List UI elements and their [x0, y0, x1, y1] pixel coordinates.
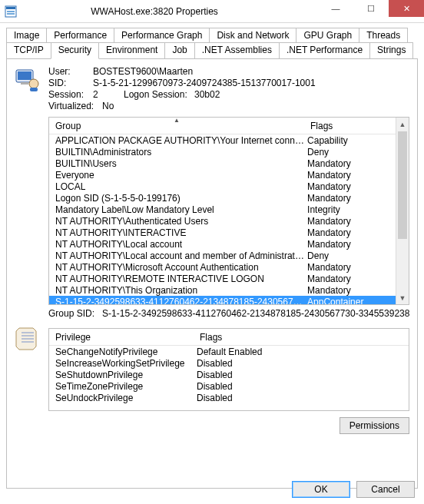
- cell-group: NT AUTHORITY\This Organization: [49, 285, 304, 296]
- cell-flags: Integrity: [304, 204, 396, 215]
- window-buttons: — ☐ ✕: [318, 0, 424, 22]
- cell-flags: Mandatory: [304, 285, 396, 296]
- table-row[interactable]: BUILTIN\UsersMandatory: [49, 158, 396, 169]
- svg-rect-6: [21, 82, 28, 85]
- sort-indicator-icon: ▲: [174, 118, 180, 124]
- table-row[interactable]: NT AUTHORITY\Authenticated UsersMandator…: [49, 215, 396, 227]
- privileges-header[interactable]: Privilege Flags: [49, 329, 409, 346]
- cell-group: Mandatory Label\Low Mandatory Level: [49, 204, 304, 215]
- label-virtualized: Virtualized:: [48, 101, 102, 111]
- table-row[interactable]: LOCALMandatory: [49, 181, 396, 192]
- label-group-sid: Group SID:: [48, 308, 94, 319]
- table-row[interactable]: SeUndockPrivilegeDisabled: [49, 392, 409, 403]
- tab-strings[interactable]: Strings: [369, 42, 413, 58]
- cell-privilege: SeIncreaseWorkingSetPrivilege: [49, 358, 194, 369]
- cell-group: Logon SID (S-1-5-5-0-199176): [49, 193, 304, 204]
- tab-threads[interactable]: Threads: [359, 28, 408, 43]
- table-row[interactable]: S-1-15-2-3492598633-4112760462-213487818…: [49, 296, 396, 304]
- cell-flags: Capability: [304, 135, 396, 146]
- cell-flags: AppContainer: [304, 297, 396, 305]
- table-row[interactable]: SeIncreaseWorkingSetPrivilegeDisabled: [49, 357, 409, 369]
- col-priv-flags[interactable]: Flags: [194, 329, 347, 345]
- table-row[interactable]: NT AUTHORITY\This OrganizationMandatory: [49, 284, 396, 296]
- groups-listview[interactable]: Group ▲ Flags APPLICATION PACKAGE AUTHOR…: [48, 117, 409, 305]
- value-sid: S-1-5-21-1299670973-2409724385-151377001…: [93, 78, 316, 88]
- table-row[interactable]: APPLICATION PACKAGE AUTHORITY\Your Inter…: [49, 134, 396, 146]
- computer-user-icon: [15, 65, 48, 112]
- table-row[interactable]: NT AUTHORITY\Microsoft Account Authentic…: [49, 261, 396, 273]
- close-button[interactable]: ✕: [389, 0, 424, 17]
- tab-job[interactable]: Job: [164, 42, 194, 58]
- tab-tcp-ip[interactable]: TCP/IP: [6, 42, 51, 58]
- privileges-listview[interactable]: Privilege Flags SeChangeNotifyPrivilegeD…: [48, 328, 409, 411]
- scroll-up-icon[interactable]: ▲: [396, 118, 409, 131]
- tab-performance[interactable]: Performance: [46, 28, 114, 43]
- dialog-buttons: OK Cancel: [292, 481, 415, 498]
- cell-group: NT AUTHORITY\Microsoft Account Authentic…: [49, 262, 304, 273]
- cell-group: S-1-15-2-3492598633-4112760462-213487818…: [49, 297, 304, 305]
- table-row[interactable]: Mandatory Label\Low Mandatory LevelInteg…: [49, 204, 396, 215]
- table-row[interactable]: NT AUTHORITY\REMOTE INTERACTIVE LOGONMan…: [49, 273, 396, 284]
- table-row[interactable]: SeChangeNotifyPrivilegeDefault Enabled: [49, 346, 409, 357]
- titlebar: WWAHost.exe:3820 Properties — ☐ ✕: [0, 0, 424, 23]
- groups-scrollbar[interactable]: ▲ ▼: [396, 118, 409, 304]
- table-row[interactable]: Logon SID (S-1-5-5-0-199176)Mandatory: [49, 192, 396, 204]
- cell-group: Everyone: [49, 170, 304, 181]
- cancel-button[interactable]: Cancel: [356, 481, 415, 498]
- cell-privilege: SeChangeNotifyPrivilege: [49, 346, 194, 357]
- table-row[interactable]: NT AUTHORITY\INTERACTIVEMandatory: [49, 227, 396, 238]
- col-flags[interactable]: Flags: [304, 118, 396, 134]
- value-logon-session: 30b02: [194, 89, 220, 100]
- cell-flags: Mandatory: [304, 170, 396, 181]
- tab--net-performance[interactable]: .NET Performance: [279, 42, 370, 58]
- scroll-thumb[interactable]: [398, 131, 407, 239]
- groups-header[interactable]: Group ▲ Flags: [49, 118, 396, 134]
- tab-security[interactable]: Security: [51, 42, 99, 59]
- table-row[interactable]: SeShutdownPrivilegeDisabled: [49, 369, 409, 380]
- cell-priv-flags: Disabled: [194, 381, 347, 392]
- scroll-down-icon[interactable]: ▼: [396, 291, 409, 304]
- permissions-button[interactable]: Permissions: [340, 417, 409, 434]
- cell-flags: Mandatory: [304, 274, 396, 284]
- tab-image[interactable]: Image: [6, 28, 47, 43]
- cell-group: BUILTIN\Administrators: [49, 147, 304, 158]
- cell-group: NT AUTHORITY\Local account: [49, 239, 304, 250]
- tab-gpu-graph[interactable]: GPU Graph: [296, 28, 359, 43]
- minimize-button[interactable]: —: [318, 0, 353, 17]
- value-user: BOSTEST9600\Maarten: [93, 66, 193, 77]
- tab--net-assemblies[interactable]: .NET Assemblies: [194, 42, 280, 58]
- col-group[interactable]: Group ▲: [49, 118, 304, 134]
- cell-group: LOCAL: [49, 181, 304, 192]
- tab-environment[interactable]: Environment: [98, 42, 165, 58]
- cell-flags: Mandatory: [304, 239, 396, 250]
- value-group-sid: S-1-15-2-3492598633-4112760462-213487818…: [102, 308, 409, 319]
- col-privilege[interactable]: Privilege: [49, 329, 194, 345]
- svg-rect-3: [7, 13, 15, 15]
- label-session: Session:: [48, 89, 93, 100]
- cell-priv-flags: Disabled: [194, 370, 347, 380]
- value-session: 2: [93, 89, 124, 100]
- window-title: WWAHost.exe:3820 Properties: [22, 6, 318, 17]
- cell-group: BUILTIN\Users: [49, 158, 304, 169]
- table-row[interactable]: BUILTIN\AdministratorsDeny: [49, 146, 396, 158]
- table-row[interactable]: EveryoneMandatory: [49, 169, 396, 181]
- tab-panel-security: User:BOSTEST9600\Maarten SID:S-1-5-21-12…: [6, 58, 418, 489]
- cell-privilege: SeShutdownPrivilege: [49, 370, 194, 380]
- maximize-button[interactable]: ☐: [353, 0, 389, 17]
- cell-privilege: SeUndockPrivilege: [49, 393, 194, 403]
- ok-button[interactable]: OK: [292, 481, 350, 498]
- table-row[interactable]: SeTimeZonePrivilegeDisabled: [49, 380, 409, 392]
- label-logon-session: Logon Session:: [124, 89, 194, 100]
- cell-group: NT AUTHORITY\Authenticated Users: [49, 216, 304, 227]
- cell-flags: Mandatory: [304, 216, 396, 227]
- cell-priv-flags: Disabled: [194, 358, 347, 369]
- cell-priv-flags: Default Enabled: [194, 346, 347, 357]
- table-row[interactable]: NT AUTHORITY\Local accountMandatory: [49, 238, 396, 250]
- cell-flags: Mandatory: [304, 181, 396, 192]
- tab-disk-and-network[interactable]: Disk and Network: [209, 28, 296, 43]
- cell-flags: Mandatory: [304, 158, 396, 169]
- table-row[interactable]: NT AUTHORITY\Local account and member of…: [49, 250, 396, 261]
- privileges-icon: [15, 323, 48, 434]
- cell-group: APPLICATION PACKAGE AUTHORITY\Your Inter…: [49, 135, 304, 146]
- tab-performance-graph[interactable]: Performance Graph: [114, 28, 210, 43]
